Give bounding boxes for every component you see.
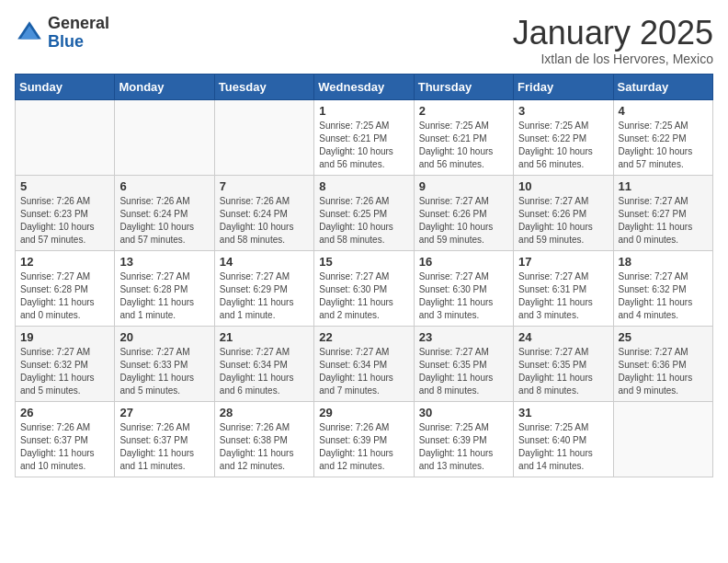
calendar-cell: 23Sunrise: 7:27 AM Sunset: 6:35 PM Dayli… <box>414 326 513 401</box>
day-number: 20 <box>119 330 209 344</box>
day-info: Sunrise: 7:26 AM Sunset: 6:24 PM Dayligh… <box>220 195 309 247</box>
day-number: 12 <box>20 255 109 269</box>
weekday-header-thursday: Thursday <box>414 74 513 99</box>
day-number: 26 <box>20 406 109 419</box>
day-number: 28 <box>220 406 309 419</box>
day-number: 5 <box>20 179 109 193</box>
day-info: Sunrise: 7:27 AM Sunset: 6:36 PM Dayligh… <box>619 346 708 397</box>
calendar-cell: 2Sunrise: 7:25 AM Sunset: 6:21 PM Daylig… <box>414 99 513 175</box>
calendar-cell: 3Sunrise: 7:25 AM Sunset: 6:22 PM Daylig… <box>514 99 613 175</box>
calendar-cell: 1Sunrise: 7:25 AM Sunset: 6:21 PM Daylig… <box>314 99 414 175</box>
calendar-cell: 6Sunrise: 7:26 AM Sunset: 6:24 PM Daylig… <box>115 175 214 250</box>
day-info: Sunrise: 7:27 AM Sunset: 6:35 PM Dayligh… <box>518 346 608 397</box>
logo-icon <box>15 18 44 48</box>
calendar-cell: 18Sunrise: 7:27 AM Sunset: 6:32 PM Dayli… <box>613 250 712 326</box>
calendar-table: SundayMondayTuesdayWednesdayThursdayFrid… <box>15 74 713 477</box>
logo-general: General <box>48 14 109 32</box>
day-info: Sunrise: 7:25 AM Sunset: 6:21 PM Dayligh… <box>319 120 408 171</box>
day-info: Sunrise: 7:27 AM Sunset: 6:28 PM Dayligh… <box>20 270 109 322</box>
day-info: Sunrise: 7:27 AM Sunset: 6:33 PM Dayligh… <box>119 346 209 397</box>
weekday-header-wednesday: Wednesday <box>314 74 414 99</box>
title-block: January 2025 Ixtlan de los Hervores, Mex… <box>513 15 713 66</box>
day-info: Sunrise: 7:27 AM Sunset: 6:30 PM Dayligh… <box>419 270 508 322</box>
day-number: 10 <box>518 179 608 193</box>
day-info: Sunrise: 7:27 AM Sunset: 6:35 PM Dayligh… <box>419 346 508 397</box>
day-info: Sunrise: 7:27 AM Sunset: 6:29 PM Dayligh… <box>220 270 309 322</box>
calendar-cell <box>613 401 712 477</box>
weekday-header-saturday: Saturday <box>613 74 712 99</box>
day-number: 29 <box>319 406 408 419</box>
day-info: Sunrise: 7:26 AM Sunset: 6:23 PM Dayligh… <box>20 195 109 247</box>
day-info: Sunrise: 7:27 AM Sunset: 6:31 PM Dayligh… <box>518 270 608 322</box>
calendar-cell: 28Sunrise: 7:26 AM Sunset: 6:38 PM Dayli… <box>214 401 313 477</box>
logo: General Blue <box>15 15 109 52</box>
day-number: 22 <box>319 330 408 344</box>
calendar-cell: 21Sunrise: 7:27 AM Sunset: 6:34 PM Dayli… <box>214 326 313 401</box>
day-number: 19 <box>20 330 109 344</box>
calendar-cell: 17Sunrise: 7:27 AM Sunset: 6:31 PM Dayli… <box>514 250 613 326</box>
calendar-week-row: 1Sunrise: 7:25 AM Sunset: 6:21 PM Daylig… <box>16 99 713 175</box>
day-number: 16 <box>419 255 508 269</box>
day-info: Sunrise: 7:27 AM Sunset: 6:34 PM Dayligh… <box>220 346 309 397</box>
weekday-header-sunday: Sunday <box>16 74 115 99</box>
calendar-cell: 30Sunrise: 7:25 AM Sunset: 6:39 PM Dayli… <box>414 401 513 477</box>
weekday-header-row: SundayMondayTuesdayWednesdayThursdayFrid… <box>16 74 713 99</box>
calendar-cell: 8Sunrise: 7:26 AM Sunset: 6:25 PM Daylig… <box>314 175 414 250</box>
calendar-cell: 25Sunrise: 7:27 AM Sunset: 6:36 PM Dayli… <box>613 326 712 401</box>
day-info: Sunrise: 7:25 AM Sunset: 6:21 PM Dayligh… <box>419 120 508 171</box>
calendar-cell: 12Sunrise: 7:27 AM Sunset: 6:28 PM Dayli… <box>16 250 115 326</box>
day-number: 6 <box>119 179 209 193</box>
calendar-cell: 29Sunrise: 7:26 AM Sunset: 6:39 PM Dayli… <box>314 401 414 477</box>
logo-blue: Blue <box>48 32 84 51</box>
day-info: Sunrise: 7:26 AM Sunset: 6:39 PM Dayligh… <box>319 421 408 473</box>
day-info: Sunrise: 7:26 AM Sunset: 6:37 PM Dayligh… <box>119 421 209 473</box>
calendar-cell <box>16 99 115 175</box>
calendar-cell: 26Sunrise: 7:26 AM Sunset: 6:37 PM Dayli… <box>16 401 115 477</box>
day-number: 14 <box>220 255 309 269</box>
day-info: Sunrise: 7:27 AM Sunset: 6:26 PM Dayligh… <box>419 195 508 247</box>
day-info: Sunrise: 7:26 AM Sunset: 6:24 PM Dayligh… <box>119 195 209 247</box>
day-number: 31 <box>518 406 608 419</box>
day-info: Sunrise: 7:25 AM Sunset: 6:22 PM Dayligh… <box>518 120 608 171</box>
day-number: 24 <box>518 330 608 344</box>
day-number: 18 <box>619 255 708 269</box>
calendar-cell: 7Sunrise: 7:26 AM Sunset: 6:24 PM Daylig… <box>214 175 313 250</box>
calendar-cell: 5Sunrise: 7:26 AM Sunset: 6:23 PM Daylig… <box>16 175 115 250</box>
day-number: 30 <box>419 406 508 419</box>
day-info: Sunrise: 7:26 AM Sunset: 6:38 PM Dayligh… <box>220 421 309 473</box>
location: Ixtlan de los Hervores, Mexico <box>513 52 713 66</box>
day-info: Sunrise: 7:26 AM Sunset: 6:25 PM Dayligh… <box>319 195 408 247</box>
day-info: Sunrise: 7:27 AM Sunset: 6:32 PM Dayligh… <box>619 270 708 322</box>
calendar-cell: 24Sunrise: 7:27 AM Sunset: 6:35 PM Dayli… <box>514 326 613 401</box>
day-number: 23 <box>419 330 508 344</box>
day-number: 27 <box>119 406 209 419</box>
month-title: January 2025 <box>513 15 713 52</box>
calendar-cell: 15Sunrise: 7:27 AM Sunset: 6:30 PM Dayli… <box>314 250 414 326</box>
day-number: 8 <box>319 179 408 193</box>
calendar-cell: 31Sunrise: 7:25 AM Sunset: 6:40 PM Dayli… <box>514 401 613 477</box>
day-info: Sunrise: 7:27 AM Sunset: 6:30 PM Dayligh… <box>319 270 408 322</box>
calendar-cell: 11Sunrise: 7:27 AM Sunset: 6:27 PM Dayli… <box>613 175 712 250</box>
day-info: Sunrise: 7:25 AM Sunset: 6:22 PM Dayligh… <box>619 120 708 171</box>
day-info: Sunrise: 7:27 AM Sunset: 6:32 PM Dayligh… <box>20 346 109 397</box>
page-header: General Blue January 2025 Ixtlan de los … <box>15 15 713 66</box>
calendar-cell: 14Sunrise: 7:27 AM Sunset: 6:29 PM Dayli… <box>214 250 313 326</box>
day-info: Sunrise: 7:27 AM Sunset: 6:34 PM Dayligh… <box>319 346 408 397</box>
day-number: 3 <box>518 104 608 118</box>
weekday-header-tuesday: Tuesday <box>214 74 313 99</box>
day-number: 13 <box>119 255 209 269</box>
day-number: 25 <box>619 330 708 344</box>
day-info: Sunrise: 7:25 AM Sunset: 6:39 PM Dayligh… <box>419 421 508 473</box>
calendar-cell <box>214 99 313 175</box>
calendar-cell: 16Sunrise: 7:27 AM Sunset: 6:30 PM Dayli… <box>414 250 513 326</box>
calendar-cell: 22Sunrise: 7:27 AM Sunset: 6:34 PM Dayli… <box>314 326 414 401</box>
logo-text: General Blue <box>48 15 109 52</box>
day-number: 15 <box>319 255 408 269</box>
calendar-week-row: 26Sunrise: 7:26 AM Sunset: 6:37 PM Dayli… <box>16 401 713 477</box>
day-info: Sunrise: 7:27 AM Sunset: 6:26 PM Dayligh… <box>518 195 608 247</box>
calendar-cell: 9Sunrise: 7:27 AM Sunset: 6:26 PM Daylig… <box>414 175 513 250</box>
calendar-cell <box>115 99 214 175</box>
calendar-cell: 4Sunrise: 7:25 AM Sunset: 6:22 PM Daylig… <box>613 99 712 175</box>
day-number: 1 <box>319 104 408 118</box>
calendar-week-row: 5Sunrise: 7:26 AM Sunset: 6:23 PM Daylig… <box>16 175 713 250</box>
